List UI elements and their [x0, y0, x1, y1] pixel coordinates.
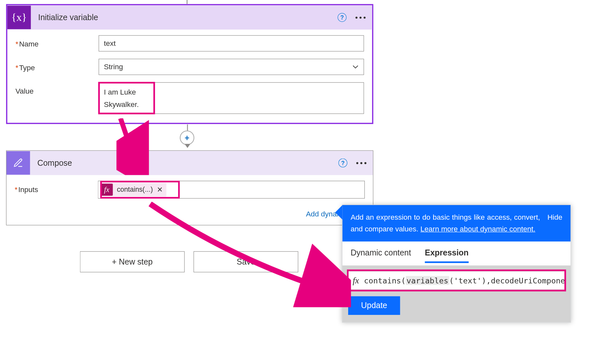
- card-title: Initialize variable: [38, 13, 337, 22]
- type-select[interactable]: String: [99, 59, 364, 75]
- token-label: contains(...): [117, 186, 153, 194]
- value-label: Value: [15, 82, 99, 96]
- fx-icon: fx: [101, 184, 113, 196]
- card-header[interactable]: {x} Initialize variable ?: [7, 5, 372, 30]
- initialize-variable-card[interactable]: {x} Initialize variable ? Name Type Stri…: [6, 4, 374, 124]
- expression-popup: Add an expression to do basic things lik…: [342, 205, 571, 322]
- compose-card[interactable]: Compose ? Inputs fx contains(...) ✕: [6, 150, 374, 226]
- expression-input[interactable]: fx contains(variables('text'),decodeUriC…: [348, 271, 565, 290]
- popup-banner: Add an expression to do basic things lik…: [342, 205, 570, 241]
- card-header[interactable]: Compose ?: [7, 151, 373, 175]
- learn-more-link[interactable]: Learn more about dynamic content.: [420, 225, 535, 233]
- value-textarea[interactable]: [99, 82, 364, 114]
- name-input[interactable]: [99, 35, 364, 51]
- expression-token[interactable]: fx contains(...) ✕: [101, 183, 166, 196]
- compose-icon: [7, 151, 30, 175]
- connector-top-tail: [187, 0, 187, 4]
- more-actions-icon[interactable]: [355, 17, 365, 19]
- update-button[interactable]: Update: [348, 296, 400, 315]
- more-actions-icon[interactable]: [356, 162, 366, 164]
- type-label: Type: [15, 59, 99, 72]
- name-label: Name: [15, 35, 99, 48]
- callout-triangle: [335, 205, 342, 220]
- card-body: Name Type String Value: [7, 30, 372, 123]
- variable-icon: {x}: [7, 6, 31, 29]
- remove-token-icon[interactable]: ✕: [157, 185, 163, 194]
- help-icon[interactable]: ?: [338, 159, 347, 167]
- tab-dynamic-content[interactable]: Dynamic content: [350, 248, 411, 263]
- inputs-label: Inputs: [15, 181, 98, 194]
- connector-arrow-icon: [184, 144, 190, 148]
- new-step-button[interactable]: + New step: [80, 251, 185, 272]
- expression-text: contains(variables('text'),decodeUriComp…: [364, 276, 565, 285]
- inputs-field[interactable]: fx contains(...) ✕: [98, 181, 365, 199]
- tab-expression[interactable]: Expression: [425, 248, 469, 263]
- add-dynamic-content-link[interactable]: Add dynamic cont: [7, 206, 373, 225]
- hide-link[interactable]: Hide: [547, 212, 562, 235]
- help-icon[interactable]: ?: [338, 13, 347, 22]
- connector-line: [187, 124, 188, 131]
- insert-step-button[interactable]: +: [180, 131, 194, 145]
- save-button[interactable]: Save: [194, 251, 298, 272]
- fx-icon: fx: [353, 275, 359, 285]
- card-title: Compose: [37, 158, 338, 168]
